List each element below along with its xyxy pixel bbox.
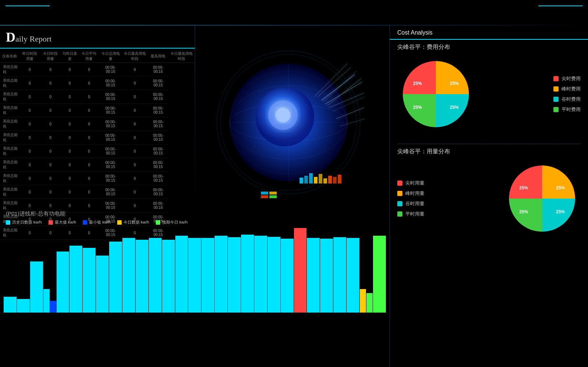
bar-group xyxy=(17,299,30,313)
col-header-peak-time: 今日最高用电时段 xyxy=(122,50,148,63)
bottom-chart-section: (P01)进线柜-总有功电能 历史日数据 kw/h 最大值 kw/h 最小值 k… xyxy=(0,206,390,367)
cost-analysis-header: C ost Analysis xyxy=(390,25,588,40)
table-cell: 0 xyxy=(61,104,79,117)
usage-high-color xyxy=(397,191,402,196)
svg-rect-23 xyxy=(309,173,313,184)
bar xyxy=(254,236,267,313)
table-cell: 0 xyxy=(122,90,148,104)
table-cell: 系统总能耗 xyxy=(0,76,19,90)
bar xyxy=(96,256,109,313)
svg-text:25%: 25% xyxy=(556,209,565,214)
usage-valley-label: 谷时用量 xyxy=(405,200,424,207)
bar xyxy=(268,237,280,313)
svg-text:25%: 25% xyxy=(450,105,459,110)
bar-group xyxy=(241,235,254,313)
table-cell: 0 xyxy=(79,131,99,145)
fee-legend-flat: 平时费用 xyxy=(553,106,581,113)
table-cell: 0 xyxy=(19,90,40,104)
table-row: 系统总能耗000000:00-00:15000:00-00:15 xyxy=(0,145,195,158)
fee-legend: 尖时费用 峰时费用 谷时费用 平时费用 xyxy=(553,75,581,113)
table-cell: 00:00-00:15 xyxy=(148,76,169,90)
col-header-today: 今日时段用量 xyxy=(40,50,61,63)
table-cell: 0 xyxy=(122,158,148,172)
table-cell: 0 xyxy=(40,117,61,131)
table-cell: 系统总能耗 xyxy=(0,185,19,199)
globe-svg xyxy=(211,45,366,200)
table-cell: 0 xyxy=(61,145,79,158)
table-header-row: 仪表名称 昨日时段用量 今日时段用量 与昨日差差 今日平均用量 今日总用电量 今… xyxy=(0,50,195,63)
usage-distribution-title: 尖峰谷平：用量分布 xyxy=(397,148,581,156)
bar xyxy=(69,246,82,313)
fee-valley-color xyxy=(553,97,559,102)
usage-legend: 尖时用量 峰时用量 谷时用量 平时用量 xyxy=(397,180,424,217)
table-cell: 0 xyxy=(61,117,79,131)
bar xyxy=(109,242,122,313)
bar-group xyxy=(360,289,373,313)
bar-group xyxy=(307,238,320,313)
bar-group xyxy=(43,289,56,313)
col-header-name: 仪表名称 xyxy=(0,50,19,63)
table-cell: 0 xyxy=(40,158,61,172)
table-cell: 0 xyxy=(19,145,40,158)
col-header-total: 今日总用电量 xyxy=(99,50,122,63)
bar-group xyxy=(96,256,109,313)
usage-flat-color xyxy=(397,211,402,217)
svg-point-10 xyxy=(276,108,290,122)
bar-group xyxy=(281,239,294,313)
legend-history-label: 历史日数据 kw/h xyxy=(12,220,42,225)
center-globe xyxy=(187,25,390,220)
table-cell: 系统总能耗 xyxy=(0,117,19,131)
fee-distribution-section: 尖峰谷平：费用分布 25% 25% 25% xyxy=(390,40,588,144)
bar xyxy=(57,252,69,313)
bar xyxy=(281,239,294,313)
bar-group xyxy=(215,236,227,313)
table-cell: 0 xyxy=(61,76,79,90)
col-header-peak-val: 最高用电 xyxy=(148,50,169,63)
table-cell: 0 xyxy=(122,76,148,90)
svg-rect-32 xyxy=(261,195,268,198)
bar xyxy=(241,235,254,313)
svg-rect-21 xyxy=(300,178,303,184)
legend-forecast: 预期今日 kw/h xyxy=(156,220,188,225)
bar-group xyxy=(188,238,201,313)
legend-today-label: 今日数据 kw/h xyxy=(123,220,149,225)
legend-today: 今日数据 kw/h xyxy=(117,220,149,225)
table-cell: 00:00-00:15 xyxy=(99,131,122,145)
fee-peak-label: 尖时费用 xyxy=(562,75,581,82)
svg-rect-33 xyxy=(269,195,277,198)
globe-visualization xyxy=(211,45,366,200)
legend-max: 最大值 kw/h xyxy=(49,220,76,225)
svg-text:25%: 25% xyxy=(556,185,565,190)
table-cell: 0 xyxy=(79,63,99,76)
fee-pie-row: 25% 25% 25% 25% 尖时费用 峰时费用 谷时费用 xyxy=(397,56,581,133)
table-cell: 0 xyxy=(61,185,79,199)
fee-flat-color xyxy=(553,107,559,112)
bar xyxy=(360,289,366,313)
col-header-yesterday: 昨日时段用量 xyxy=(19,50,40,63)
table-cell: 0 xyxy=(19,158,40,172)
svg-rect-25 xyxy=(319,174,322,184)
svg-text:25%: 25% xyxy=(519,185,528,190)
svg-rect-26 xyxy=(323,178,327,184)
table-cell: 00:00-00:15 xyxy=(99,90,122,104)
table-cell: 0 xyxy=(19,172,40,185)
bar xyxy=(17,299,30,313)
bar xyxy=(50,301,56,313)
table-cell: 系统总能耗 xyxy=(0,131,19,145)
svg-rect-29 xyxy=(338,175,341,184)
daily-report-rest-title: aily Report xyxy=(15,34,51,44)
table-row: 系统总能耗000000:00-00:15000:00-00:15 xyxy=(0,76,195,90)
bar xyxy=(366,293,373,313)
bar-group xyxy=(162,240,175,313)
table-cell: 0 xyxy=(61,131,79,145)
chart-legend: 历史日数据 kw/h 最大值 kw/h 最小值 kw/h 今日数据 kw/h 预… xyxy=(6,219,384,227)
table-cell: 00:00-00:15 xyxy=(99,158,122,172)
col-header-avg: 今日平均用量 xyxy=(79,50,99,63)
fee-flat-label: 平时费用 xyxy=(562,106,581,113)
table-cell: 0 xyxy=(79,158,99,172)
bar-group xyxy=(373,236,386,313)
bar xyxy=(4,297,17,313)
usage-legend-high: 峰时用量 xyxy=(397,190,424,197)
bar-group xyxy=(228,237,241,313)
bar xyxy=(215,236,227,313)
